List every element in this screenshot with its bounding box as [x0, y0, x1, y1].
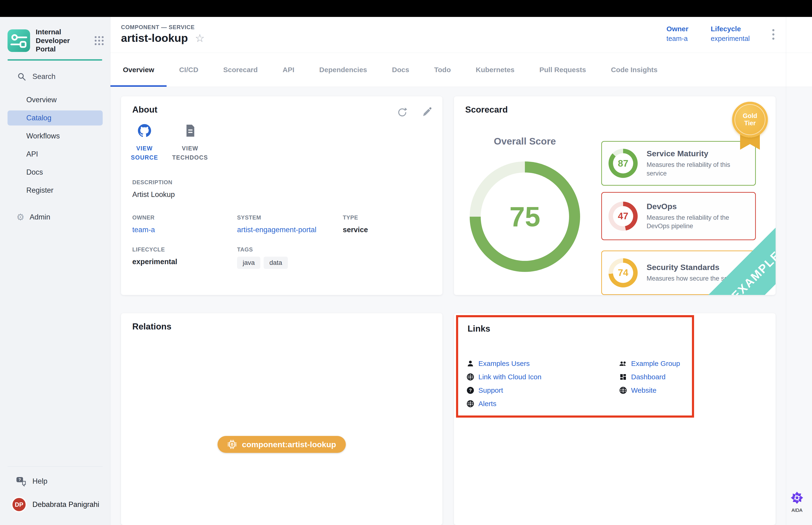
metric-gauge: 74 [609, 258, 638, 287]
globe-icon [466, 400, 475, 408]
breadcrumb: COMPONENT — SERVICE [121, 24, 195, 31]
sidebar-nav: Overview Catalog Workflows API Docs Regi… [0, 89, 110, 201]
field-owner: OWNER team-a [132, 214, 237, 234]
view-source-button[interactable]: VIEW SOURCE [126, 124, 163, 162]
dashboard-icon [619, 373, 627, 381]
system-link[interactable]: artist-engagement-portal [237, 226, 343, 234]
relation-node-component[interactable]: component:artist-lookup [218, 436, 346, 453]
about-title: About [132, 105, 157, 115]
sidebar-item-admin[interactable]: ⚙ Admin [16, 213, 103, 222]
help-circle-icon: ? [466, 386, 475, 394]
scorecard-card: Scorecard Gold Tier Overall Score 75 87 … [454, 96, 776, 295]
tab-overview[interactable]: Overview [110, 53, 167, 87]
tag-chip[interactable]: java [237, 257, 260, 269]
sidebar-item-register[interactable]: Register [7, 183, 103, 198]
admin-label: Admin [30, 213, 50, 221]
tab-api[interactable]: API [270, 53, 307, 87]
tab-todo[interactable]: Todo [422, 53, 463, 87]
help-chat-icon: ? [16, 476, 26, 486]
link-cloud-icon[interactable]: Link with Cloud Icon [466, 370, 541, 384]
app-grid-icon[interactable] [95, 36, 104, 45]
relations-title: Relations [132, 322, 171, 332]
field-system: SYSTEM artist-engagement-portal [237, 214, 343, 234]
metric-card-service-maturity[interactable]: 87 Service Maturity Measures the reliabi… [601, 141, 756, 186]
search-icon [17, 72, 26, 81]
sidebar: Internal Developer Portal Search Overvie… [0, 17, 110, 525]
field-lifecycle: LIFECYCLE experimental [132, 246, 237, 269]
user-menu[interactable]: DP Debabrata Panigrahi [11, 497, 110, 512]
metric-gauge: 87 [609, 149, 638, 178]
gold-tier-badge: Gold Tier [732, 102, 768, 137]
tab-kubernetes[interactable]: Kubernetes [463, 53, 527, 87]
aida-widget[interactable]: AIDA [787, 490, 807, 513]
content-area: About VIEW SOURCE [110, 87, 812, 525]
tab-pull-requests[interactable]: Pull Requests [527, 53, 598, 87]
user-icon [466, 359, 475, 368]
brand-title: Internal Developer Portal [36, 28, 89, 54]
link-examples-users[interactable]: Examples Users [466, 357, 541, 370]
brand-block[interactable]: Internal Developer Portal [7, 28, 104, 54]
gear-icon: ⚙ [16, 213, 25, 222]
link-website[interactable]: Website [619, 384, 680, 397]
globe-icon [466, 373, 475, 381]
owner-label: Owner [667, 25, 688, 33]
field-description: DESCRIPTION Artist Lookup [132, 179, 431, 199]
relations-card: Relations component:artist-lookup [121, 313, 442, 525]
tab-dependencies[interactable]: Dependencies [307, 53, 380, 87]
link-support[interactable]: ? Support [466, 384, 541, 397]
help-label: Help [32, 477, 47, 485]
svg-text:?: ? [18, 478, 21, 482]
metric-gauge: 47 [609, 201, 638, 231]
sidebar-item-search[interactable]: Search [17, 72, 110, 81]
brand-underline [7, 59, 102, 61]
tag-chip[interactable]: data [264, 257, 288, 269]
link-alerts[interactable]: Alerts [466, 397, 541, 410]
tab-cicd[interactable]: CI/CD [167, 53, 211, 87]
tab-code-insights[interactable]: Code Insights [598, 53, 670, 87]
search-label: Search [32, 72, 56, 81]
svg-text:?: ? [469, 388, 472, 393]
sidebar-item-api[interactable]: API [7, 147, 103, 162]
links-title: Links [468, 324, 490, 334]
edit-pencil-icon[interactable] [421, 107, 432, 118]
techdocs-icon [184, 124, 196, 137]
aida-flower-icon [790, 490, 805, 505]
field-type: TYPE service [343, 214, 431, 234]
tab-docs[interactable]: Docs [380, 53, 422, 87]
overall-score-label: Overall Score [454, 136, 596, 147]
link-dashboard[interactable]: Dashboard [619, 370, 680, 384]
relation-node-label: component:artist-lookup [242, 440, 336, 449]
lifecycle-meta: Lifecycle experimental [711, 25, 750, 43]
window-top-bar [0, 0, 812, 17]
sidebar-item-overview[interactable]: Overview [7, 92, 103, 107]
github-icon [138, 124, 151, 137]
link-example-group[interactable]: Example Group [619, 357, 680, 370]
portal-logo-icon [7, 29, 30, 52]
user-name: Debabrata Panigrahi [32, 500, 99, 509]
view-techdocs-button[interactable]: VIEW TECHDOCS [171, 124, 209, 162]
refresh-icon[interactable] [397, 107, 408, 118]
overall-score-value: 75 [509, 201, 540, 232]
entity-header: COMPONENT — SERVICE artist-lookup ☆ Owne… [110, 17, 812, 53]
kebab-menu-icon[interactable] [772, 29, 775, 40]
sidebar-item-workflows[interactable]: Workflows [7, 129, 103, 144]
favorite-star-icon[interactable]: ☆ [195, 33, 205, 44]
sidebar-item-docs[interactable]: Docs [7, 165, 103, 180]
aida-label: AIDA [787, 508, 807, 513]
metric-card-devops[interactable]: 47 DevOps Measures the reliability of th… [601, 192, 756, 240]
lifecycle-label: Lifecycle [711, 25, 750, 33]
links-card: Links Examples Users Link with Cloud Ico… [454, 313, 776, 525]
overall-score-gauge: 75 [470, 162, 580, 272]
sidebar-divider [7, 466, 103, 467]
sidebar-item-catalog[interactable]: Catalog [7, 110, 103, 125]
sidebar-item-help[interactable]: ? Help [16, 476, 110, 486]
owner-meta: Owner team-a [667, 25, 688, 43]
tab-scorecard[interactable]: Scorecard [211, 53, 270, 87]
chip-icon [227, 440, 237, 449]
field-tags: TAGS java data [237, 246, 343, 269]
owner-value[interactable]: team-a [667, 35, 688, 43]
group-icon [619, 359, 627, 368]
about-card: About VIEW SOURCE [121, 96, 442, 295]
content-right-divider [786, 17, 786, 525]
owner-link[interactable]: team-a [132, 226, 237, 234]
